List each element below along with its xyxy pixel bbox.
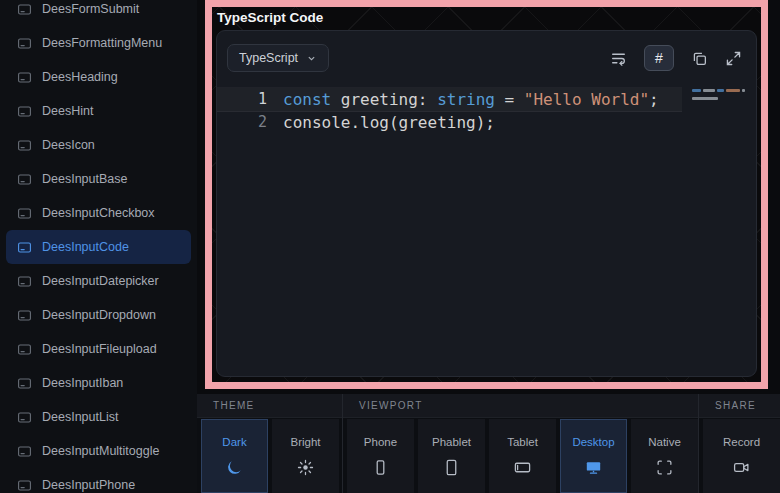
bottom-group-share: SHARERecord [699, 394, 780, 493]
minimap-line [692, 89, 750, 92]
component-icon [17, 342, 32, 357]
component-icon [17, 240, 32, 255]
sidebar-item-DeesInputCheckbox[interactable]: DeesInputCheckbox [6, 196, 191, 230]
sidebar-item-label: DeesInputList [42, 410, 118, 424]
sidebar-item-label: DeesHeading [42, 70, 118, 84]
sidebar-item-DeesInputIban[interactable]: DeesInputIban [6, 366, 191, 400]
sidebar-item-label: DeesInputCheckbox [42, 206, 155, 220]
code-line: 1const greeting: string = "Hello World"; [217, 88, 682, 111]
sun-icon [297, 459, 314, 476]
group-cells: PhonePhabletTabletDesktopNative [343, 418, 698, 493]
moon-icon [226, 459, 243, 476]
sidebar-item-DeesFormSubmit[interactable]: DeesFormSubmit [6, 0, 191, 26]
component-icon [17, 376, 32, 391]
record-button[interactable]: Record [703, 419, 780, 493]
sidebar-item-DeesInputMultitoggle[interactable]: DeesInputMultitoggle [6, 434, 191, 468]
main-area: TypeScript Code TypeScript # 1cons [197, 0, 780, 493]
code-editor: TypeScript # 1const greeting: string = "… [216, 30, 757, 377]
component-icon [17, 206, 32, 221]
tablet-button[interactable]: Tablet [489, 419, 556, 493]
button-label: Phone [364, 436, 397, 448]
sidebar-item-label: DeesFormattingMenu [42, 36, 162, 50]
sidebar-item-label: DeesInputDatepicker [42, 274, 159, 288]
bright-button[interactable]: Bright [272, 419, 339, 493]
phone-button[interactable]: Phone [347, 419, 414, 493]
sidebar-item-label: DeesInputPhone [42, 478, 135, 492]
bottom-group-viewport: VIEWPORTPhonePhabletTabletDesktopNative [343, 394, 699, 493]
minimap [692, 89, 750, 100]
line-number: 1 [217, 88, 267, 111]
button-label: Dark [222, 436, 246, 448]
native-button[interactable]: Native [631, 419, 698, 493]
code-text: const greeting: string = "Hello World"; [283, 88, 659, 111]
line-number: 2 [217, 111, 267, 134]
component-demo-frame: TypeScript Code TypeScript # 1cons [205, 0, 768, 389]
component-icon [17, 308, 32, 323]
button-label: Bright [290, 436, 320, 448]
sidebar-item-label: DeesFormSubmit [42, 2, 139, 16]
bottom-group-theme: THEMEDarkBright [197, 394, 343, 493]
phablet-icon [443, 459, 460, 476]
component-icon [17, 2, 32, 17]
component-icon [17, 444, 32, 459]
bottom-bar: THEMEDarkBrightVIEWPORTPhonePhabletTable… [197, 394, 780, 493]
code-text: console.log(greeting); [283, 111, 495, 134]
desktop-icon [585, 459, 602, 476]
component-icon [17, 104, 32, 119]
sidebar-list: DeesFormSubmitDeesFormattingMenuDeesHead… [0, 0, 197, 493]
chevron-down-icon [306, 53, 317, 64]
dark-button[interactable]: Dark [201, 419, 268, 493]
sidebar-item-DeesInputDatepicker[interactable]: DeesInputDatepicker [6, 264, 191, 298]
sidebar-item-DeesInputList[interactable]: DeesInputList [6, 400, 191, 434]
button-label: Desktop [572, 436, 614, 448]
button-label: Record [723, 436, 760, 448]
record-icon [733, 459, 750, 476]
editor-toolbar-actions: # [610, 45, 742, 71]
sidebar-item-DeesInputCode[interactable]: DeesInputCode [6, 230, 191, 264]
component-icon [17, 478, 32, 493]
component-icon [17, 36, 32, 51]
tablet-icon [514, 459, 531, 476]
demo-title: TypeScript Code [212, 7, 329, 25]
button-label: Native [648, 436, 681, 448]
sidebar-item-DeesIcon[interactable]: DeesIcon [6, 128, 191, 162]
component-icon [17, 410, 32, 425]
phone-icon [372, 459, 389, 476]
sidebar-item-label: DeesHint [42, 104, 93, 118]
sidebar-item-label: DeesInputFileupload [42, 342, 157, 356]
component-icon [17, 172, 32, 187]
button-label: Phablet [432, 436, 471, 448]
component-icon [17, 70, 32, 85]
component-icon [17, 274, 32, 289]
minimap-line [692, 97, 750, 100]
sidebar-item-DeesFormattingMenu[interactable]: DeesFormattingMenu [6, 26, 191, 60]
component-icon [17, 138, 32, 153]
group-label-viewport: VIEWPORT [343, 394, 698, 418]
sidebar-item-label: DeesInputIban [42, 376, 123, 390]
phablet-button[interactable]: Phablet [418, 419, 485, 493]
group-label-share: SHARE [699, 394, 780, 418]
copy-icon[interactable] [691, 50, 708, 67]
sidebar-item-DeesInputPhone[interactable]: DeesInputPhone [6, 468, 191, 493]
sidebar-item-label: DeesInputBase [42, 172, 127, 186]
sidebar-item-DeesInputDropdown[interactable]: DeesInputDropdown [6, 298, 191, 332]
expand-icon[interactable] [725, 50, 742, 67]
desktop-button[interactable]: Desktop [560, 419, 627, 493]
word-wrap-icon[interactable] [610, 50, 627, 67]
language-selector[interactable]: TypeScript [227, 44, 329, 72]
native-icon [656, 459, 673, 476]
code-lines: 1const greeting: string = "Hello World";… [217, 88, 756, 134]
group-label-theme: THEME [197, 394, 342, 418]
button-label: Tablet [507, 436, 538, 448]
sidebar-item-DeesInputBase[interactable]: DeesInputBase [6, 162, 191, 196]
line-numbers-toggle[interactable]: # [644, 45, 674, 71]
code-area[interactable]: 1const greeting: string = "Hello World";… [217, 80, 756, 376]
sidebar-item-DeesHint[interactable]: DeesHint [6, 94, 191, 128]
sidebar-item-label: DeesInputCode [42, 240, 129, 254]
sidebar-item-DeesInputFileupload[interactable]: DeesInputFileupload [6, 332, 191, 366]
group-cells: Record [699, 418, 780, 493]
sidebar-item-DeesHeading[interactable]: DeesHeading [6, 60, 191, 94]
group-cells: DarkBright [197, 418, 342, 493]
sidebar-item-label: DeesInputDropdown [42, 308, 156, 322]
sidebar: DeesFormSubmitDeesFormattingMenuDeesHead… [0, 0, 198, 493]
